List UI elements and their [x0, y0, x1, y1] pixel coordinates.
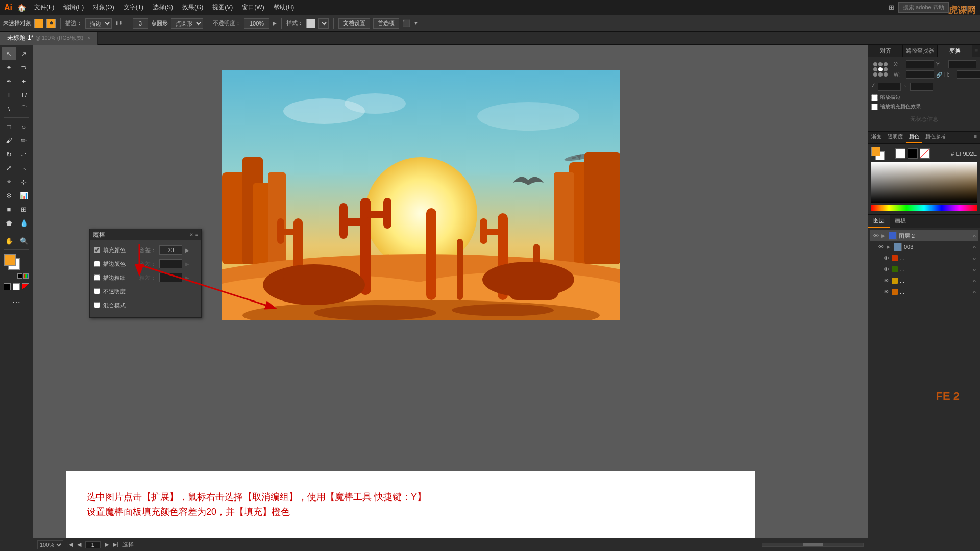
eye-icon-green[interactable]: 👁	[883, 266, 890, 272]
reshape-tool[interactable]: ⌖	[2, 175, 16, 188]
color-guide-tab[interactable]: 颜色参考	[922, 132, 949, 143]
shear-tool[interactable]: ⟍	[17, 161, 31, 174]
paintbrush-tool[interactable]: 🖌	[2, 134, 16, 147]
lasso-tool[interactable]: ⊃	[17, 61, 31, 74]
mw-stroke-arrow[interactable]: ▶	[185, 261, 189, 267]
blend-tool[interactable]: ⬟	[2, 216, 16, 230]
menu-item-file[interactable]: 文件(F)	[30, 2, 58, 13]
green-layer-circle[interactable]: ○	[973, 267, 976, 272]
reflect-tool[interactable]: ⇌	[17, 147, 31, 161]
eye-icon-layer2[interactable]: 👁	[872, 233, 879, 239]
menu-item-effect[interactable]: 效果(G)	[178, 2, 207, 13]
up-down-arrows[interactable]: ⬆⬇	[115, 20, 123, 26]
doc-settings-button[interactable]: 文档设置	[338, 18, 370, 29]
direct-select-tool[interactable]: ↗	[17, 47, 31, 60]
mw-stroke-input[interactable]	[159, 259, 182, 268]
arrange-icon[interactable]: ⬛	[402, 19, 410, 27]
style-swatch[interactable]	[306, 19, 315, 28]
no-color-swatch[interactable]	[920, 148, 930, 159]
layer-row-orange[interactable]: 👁 ... ○	[870, 286, 978, 297]
zoom-select[interactable]: 100%	[37, 540, 63, 549]
nav-last[interactable]: ▶|	[113, 541, 118, 548]
menu-item-object[interactable]: 对象(O)	[89, 2, 118, 13]
rotate-tool[interactable]: ↻	[2, 147, 16, 161]
layer2-circle[interactable]: ○	[973, 233, 976, 239]
arc-tool[interactable]: ⌒	[17, 102, 31, 115]
shear-input[interactable]	[910, 83, 933, 91]
menu-item-select[interactable]: 选择(S)	[149, 2, 177, 13]
rect-tool[interactable]: □	[2, 120, 16, 133]
layers-tab[interactable]: 图层	[868, 215, 890, 228]
panel-menu-icon[interactable]: ≡	[972, 45, 980, 57]
layer-row-green[interactable]: 👁 ... ○	[870, 264, 978, 275]
y-input[interactable]	[948, 60, 976, 68]
document-tab[interactable]: 未标题-1* @ 100% ( RGB/预览 ) ×	[0, 32, 98, 45]
eyedropper-tool[interactable]: 💧	[17, 216, 31, 230]
white-fill[interactable]	[13, 283, 20, 290]
gradient-tab[interactable]: 渐变	[868, 132, 885, 143]
pen-tool[interactable]: ✒	[2, 74, 16, 88]
mw-stroke-checkbox[interactable]	[94, 261, 100, 267]
horizontal-scrollbar[interactable]	[762, 543, 864, 547]
003-circle[interactable]: ○	[973, 244, 976, 250]
black-swatch[interactable]	[908, 148, 918, 159]
yellow-layer-circle[interactable]: ○	[973, 278, 976, 284]
line-tool[interactable]: \	[2, 102, 16, 115]
nav-next[interactable]: ▶	[105, 541, 109, 548]
symbol-tool[interactable]: ✻	[2, 189, 16, 202]
more-tools-button[interactable]: ⋯	[9, 295, 23, 308]
text-tool[interactable]: T	[2, 88, 16, 102]
mw-weight-checkbox[interactable]	[94, 274, 100, 281]
mw-weight-arrow[interactable]: ▶	[185, 275, 189, 281]
blend-mode-select[interactable]: 描边	[85, 18, 112, 29]
mw-opacity-checkbox[interactable]	[94, 288, 100, 294]
scale-tool[interactable]: ⤢	[2, 161, 16, 174]
color-panel-menu[interactable]: ≡	[971, 132, 980, 143]
h-input[interactable]	[957, 70, 980, 79]
menu-item-help[interactable]: 帮助(H)	[270, 2, 299, 13]
red-layer-circle[interactable]: ○	[973, 256, 976, 261]
eye-icon-003[interactable]: 👁	[877, 244, 885, 250]
hue-bar[interactable]	[871, 205, 977, 211]
menu-item-view[interactable]: 视图(V)	[208, 2, 237, 13]
mw-blend-checkbox[interactable]	[94, 302, 100, 308]
opacity-arrows[interactable]: ▶	[273, 20, 277, 26]
pencil-tool[interactable]: ✏	[17, 134, 31, 147]
gradient-icon[interactable]	[23, 273, 29, 279]
magic-wand-tool[interactable]: ✦	[2, 61, 16, 74]
black-fill[interactable]	[4, 283, 11, 290]
orange-layer-circle[interactable]: ○	[973, 289, 976, 295]
x-input[interactable]	[906, 60, 934, 68]
magic-wand-header[interactable]: 魔棒 — ✕ ≡	[90, 229, 201, 240]
menu-item-edit[interactable]: 编辑(E)	[59, 2, 88, 13]
layers-body[interactable]: 👁 ▶ 图层 2 ○ 👁 ▶ 003 ○ 👁	[868, 228, 980, 551]
eye-icon-orange[interactable]: 👁	[883, 289, 890, 295]
canvas-area[interactable]: 魔棒 — ✕ ≡ 填充颜色 容差： ▶	[33, 45, 868, 551]
zoom-tool[interactable]: 🔍	[17, 234, 31, 247]
none-icon[interactable]	[17, 273, 22, 279]
nav-first[interactable]: |◀	[67, 541, 73, 548]
preferences-button[interactable]: 首选项	[373, 18, 399, 29]
nav-prev[interactable]: ◀	[77, 541, 81, 548]
fill-color-swatch[interactable]	[34, 19, 43, 28]
color-tab-active[interactable]: 颜色	[906, 132, 922, 143]
home-icon[interactable]: 🏠	[17, 4, 26, 12]
gradient-tool[interactable]: ■	[2, 203, 16, 216]
transform-tab[interactable]: 变换	[938, 45, 972, 57]
hand-tool[interactable]: ✋	[2, 234, 16, 247]
menu-item-window[interactable]: 窗口(W)	[238, 2, 268, 13]
layer-row-layer2[interactable]: 👁 ▶ 图层 2 ○	[870, 230, 978, 241]
select-tool[interactable]: ↖	[2, 47, 16, 60]
style-select[interactable]	[318, 18, 329, 29]
mesh-tool[interactable]: ⊞	[17, 203, 31, 216]
stroke-indicator[interactable]: ⬟	[46, 19, 56, 28]
rotate-input[interactable]	[878, 83, 901, 91]
mw-fill-checkbox[interactable]	[94, 247, 100, 253]
w-input[interactable]	[906, 70, 934, 79]
pathfinder-tab[interactable]: 路径查找器	[903, 45, 938, 57]
eye-icon-yellow[interactable]: 👁	[883, 278, 890, 284]
layout-icon[interactable]: ⊞	[889, 4, 894, 11]
brush-size-input[interactable]	[133, 18, 148, 29]
column-tool[interactable]: 📊	[17, 189, 31, 202]
layer-row-yellow[interactable]: 👁 ... ○	[870, 275, 978, 286]
